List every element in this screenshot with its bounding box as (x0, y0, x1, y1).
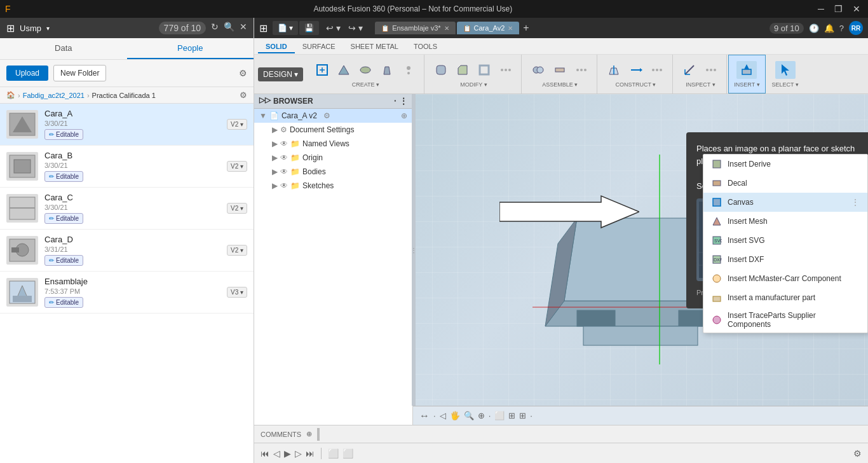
user-avatar[interactable]: RR (849, 21, 863, 35)
tool-extrude[interactable] (334, 61, 354, 79)
dd-insert-mcmaster[interactable]: Insert McMaster-Carr Component (703, 269, 867, 288)
search-icon[interactable]: 🔍 (224, 22, 234, 34)
navigate-icon[interactable]: ↔ (419, 410, 430, 422)
doc-tab-cara[interactable]: 📋 Cara_Av2 ✕ (457, 22, 520, 34)
tab-close-cara[interactable]: ✕ (508, 25, 513, 32)
tab-data[interactable]: Data (0, 38, 127, 59)
bell-icon[interactable]: 🔔 (824, 24, 834, 33)
tab-solid[interactable]: SOLID (258, 41, 295, 53)
clock-icon[interactable]: 🕐 (809, 24, 819, 33)
insert-label[interactable]: INSERT ▾ (734, 81, 759, 88)
play-prev-btn[interactable]: ◁ (273, 448, 280, 459)
file-item-ensamblaje[interactable]: Ensamblaje 7:53:37 PM ✏ Editable V3 ▾ (0, 272, 254, 314)
dd-insert-traceparts[interactable]: Insert TraceParts Supplier Components (703, 307, 867, 333)
apps-grid-icon[interactable]: ⊞ (259, 22, 268, 34)
file-item-cara-d[interactable]: Cara_D 3/31/21 ✏ Editable V2 ▾ (0, 230, 254, 272)
keyframe-btn2[interactable]: ⬜ (342, 448, 353, 459)
dd-insert-svg[interactable]: SVG Insert SVG (703, 231, 867, 250)
bottom-settings-icon[interactable]: ⚙ (853, 448, 862, 459)
play-next-btn[interactable]: ▷ (295, 448, 302, 459)
pan-icon[interactable]: 🖐 (450, 411, 460, 420)
save-btn[interactable]: 💾 (299, 21, 319, 35)
play-last-btn[interactable]: ⏭ (306, 448, 315, 459)
root-settings-icon[interactable]: ⚙ (323, 111, 330, 120)
redo-btn[interactable]: ↪ ▾ (345, 21, 366, 35)
browser-item-sketches[interactable]: ▶ 👁 📁 Sketches (254, 179, 412, 193)
dd-decal[interactable]: Decal (703, 174, 867, 193)
browser-item-origin[interactable]: ▶ 👁 📁 Origin (254, 151, 412, 165)
grid-view-icon[interactable]: ⊞ (508, 411, 515, 420)
design-button[interactable]: DESIGN ▾ (258, 67, 303, 81)
back-icon[interactable]: ◁ (440, 411, 446, 420)
tool-more3[interactable] (571, 61, 592, 79)
tool-more1[interactable] (398, 61, 419, 79)
tool-joint[interactable] (528, 61, 548, 79)
tool-more4[interactable] (647, 61, 667, 79)
tool-more5[interactable] (701, 61, 721, 79)
comments-add-icon[interactable]: ⊕ (306, 430, 312, 438)
tool-sketch[interactable] (312, 61, 332, 79)
inspect-label[interactable]: INSPECT ▾ (686, 81, 715, 88)
tool-rigid[interactable] (550, 61, 570, 79)
play-btn[interactable]: ▶ (284, 448, 291, 459)
undo-btn[interactable]: ↩ ▾ (323, 21, 344, 35)
file-item-cara-a[interactable]: Cara_A 3/30/21 ✏ Editable V2 ▾ (0, 104, 254, 146)
play-first-btn[interactable]: ⏮ (261, 448, 269, 459)
modify-label[interactable]: MODIFY ▾ (460, 81, 487, 88)
workspace-name[interactable]: Usmp (20, 24, 41, 33)
tool-axis[interactable] (625, 61, 646, 79)
breadcrumb-settings-icon[interactable]: ⚙ (240, 90, 247, 100)
dd-insert-derive[interactable]: Insert Derive (703, 155, 867, 174)
file-item-cara-c[interactable]: Cara_C 3/30/21 ✏ Editable V2 ▾ (0, 188, 254, 230)
zoom-plus-icon[interactable]: ⊕ (478, 411, 485, 420)
create-label[interactable]: CREATE ▾ (352, 81, 379, 88)
assemble-label[interactable]: ASSEMBLE ▾ (542, 81, 578, 88)
doc-tab-ensamblaje[interactable]: 📋 Ensamblaje v3* ✕ (375, 22, 455, 34)
tool-fillet[interactable] (431, 61, 451, 79)
keyframe-btn1[interactable]: ⬜ (328, 448, 339, 459)
tool-measure[interactable] (679, 61, 700, 79)
dd-insert-dxf[interactable]: DXF Insert DXF (703, 250, 867, 269)
file-menu-btn[interactable]: 📄 ▾ (273, 21, 298, 35)
tool-chamfer[interactable] (452, 61, 473, 79)
tab-sheet-metal[interactable]: SHEET METAL (343, 41, 406, 53)
zoom-icon[interactable]: 🔍 (464, 411, 474, 420)
minimize-btn[interactable]: ─ (815, 4, 827, 14)
browser-dots[interactable]: ⋮ (400, 97, 407, 106)
construct-label[interactable]: CONSTRUCT ▾ (615, 81, 656, 88)
select-label[interactable]: SELECT ▾ (772, 81, 799, 88)
breadcrumb-home[interactable]: 🏠 (6, 91, 15, 99)
dd-insert-manufacturer[interactable]: Insert a manufacturer part (703, 288, 867, 307)
upload-button[interactable]: Upload (6, 66, 48, 81)
tool-select[interactable] (775, 61, 796, 79)
tab-surface[interactable]: SURFACE (295, 41, 343, 53)
collapse-handle[interactable]: ⋮ (412, 94, 416, 406)
workspace-chevron[interactable]: ▾ (46, 25, 50, 32)
tool-more2[interactable] (496, 61, 516, 79)
new-folder-button[interactable]: New Folder (53, 65, 106, 81)
tool-shell[interactable] (474, 61, 494, 79)
breadcrumb-fabdig[interactable]: Fabdig_ac2t2_2021 (23, 92, 85, 99)
close-btn[interactable]: ✕ (850, 4, 863, 14)
close-panel-icon[interactable]: ✕ (240, 22, 247, 34)
box-icon[interactable]: ⬜ (494, 411, 505, 420)
browser-item-root[interactable]: ▼ 📄 Cara_A v2 ⚙ ⊕ (254, 109, 412, 123)
canvas-dots[interactable]: ⋮ (851, 197, 860, 207)
tab-people[interactable]: People (127, 38, 254, 59)
tool-revolve[interactable] (355, 61, 376, 79)
help-icon[interactable]: ? (839, 24, 844, 33)
browser-item-doc-settings[interactable]: ▶ ⚙ Document Settings (254, 123, 412, 137)
tool-loft[interactable] (377, 61, 397, 79)
panel-settings-icon[interactable]: ⚙ (239, 68, 247, 78)
dd-canvas[interactable]: Canvas ⋮ (703, 193, 867, 212)
tab-tools[interactable]: TOOLS (406, 41, 445, 53)
tab-close-ensamblaje[interactable]: ✕ (444, 25, 449, 32)
root-dots-icon[interactable]: ⊕ (401, 111, 407, 120)
browser-item-bodies[interactable]: ▶ 👁 📁 Bodies (254, 165, 412, 179)
dd-insert-mesh[interactable]: Insert Mesh (703, 212, 867, 231)
maximize-btn[interactable]: ❐ (832, 4, 845, 14)
tool-plane[interactable] (604, 61, 624, 79)
file-item-cara-b[interactable]: Cara_B 3/30/21 ✏ Editable V2 ▾ (0, 146, 254, 188)
browser-item-named-views[interactable]: ▶ 👁 📁 Named Views (254, 137, 412, 151)
refresh-icon[interactable]: ↻ (211, 22, 219, 34)
